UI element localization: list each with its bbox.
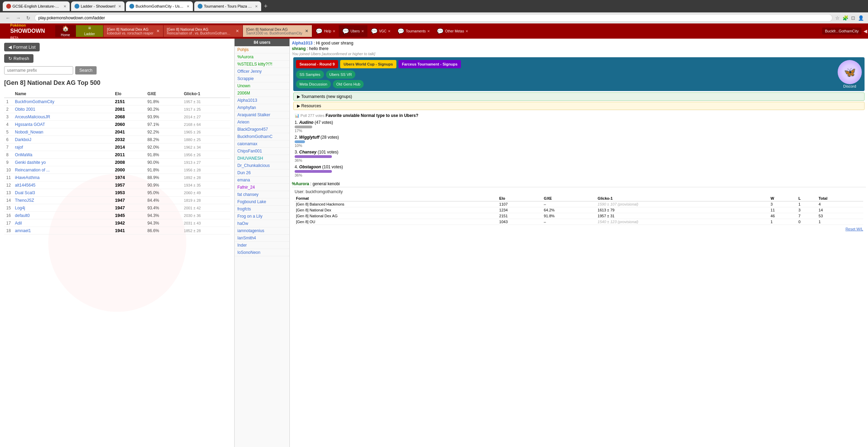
list-item[interactable]: caionamax [235,140,289,148]
aurora-user[interactable]: %Aurora [292,181,309,186]
chat-tab-vgc[interactable]: 💬 VGC ✕ [367,25,394,37]
forward-button[interactable]: → [14,14,22,21]
battle-tab-2[interactable]: [Gen 8] National Dex AG Reincarnation of… [164,25,243,37]
ubers-close[interactable]: ✕ [361,29,364,33]
list-item[interactable]: ChipsFan001 [235,148,289,155]
list-item[interactable]: Pohjis [235,46,289,53]
list-item[interactable]: frogfcts [235,206,289,213]
chat-user-shrang[interactable]: shrang [292,46,306,51]
name-link[interactable]: Genki dashite yo [15,160,46,165]
search-button[interactable]: Search [75,66,97,74]
reset-wl-button[interactable]: Reset W/L [846,227,863,231]
name-link[interactable]: Hgssanta GOAT [15,122,45,127]
name-link[interactable]: amnael1 [15,228,31,233]
name-link[interactable]: OnMaWa [15,152,32,157]
refresh-button-ladder[interactable]: ↻ Refresh [4,54,33,63]
tab-tournament[interactable]: Tournament - Tours Plaza Fall Se... ✕ [194,1,261,11]
bookmark-icon[interactable]: ☆ [835,15,840,21]
list-item[interactable]: DHUVANESH [235,155,289,162]
ubers-ss-vr-button[interactable]: Ubers SS VR [326,70,355,79]
tab-menu-icon[interactable]: ⊡ [851,15,855,21]
list-item[interactable]: Araquanid Stalker [235,111,289,119]
ubers-wc-button[interactable]: Ubers World Cup - Signups [340,60,396,68]
battle-tab-1-close[interactable]: ✕ [156,29,160,33]
tab-close-tournament[interactable]: ✕ [255,4,258,8]
chat-tab-tournaments[interactable]: 💬 Tournaments ✕ [394,25,433,37]
name-link[interactable]: Obito 2001 [15,107,35,112]
list-item[interactable]: Alpha1013 [235,97,289,104]
list-item[interactable]: iamnotagenius [235,227,289,235]
name-link[interactable]: DarkboiJ [15,137,31,142]
list-item[interactable]: Unown [235,82,289,90]
tab-close-users[interactable]: ✕ [187,4,189,8]
tournament-bar[interactable]: ▶ Tournaments (new signups) [293,92,865,101]
resources-bar[interactable]: ▶ Resources [293,102,865,110]
ladder-tab[interactable]: ≡ Ladder [76,25,103,37]
list-item[interactable]: Arieon [235,119,289,126]
extensions-icon[interactable]: 🧩 [842,15,848,21]
list-item[interactable]: Fafnir_24 [235,184,289,191]
list-item[interactable]: Dun 26 [235,169,289,177]
list-item[interactable]: BuckfromGothamC [235,133,289,140]
format-list-button[interactable]: ◀ Format List [4,43,40,51]
tournaments-close[interactable]: ✕ [427,29,430,33]
list-item[interactable]: %Aurora [235,53,289,61]
tab-ladder[interactable]: Ladder - Showdown! ✕ [71,1,125,11]
old-gens-hub-button[interactable]: Old Gens Hub [333,80,364,88]
chat-tab-help[interactable]: 💬 Help ✕ [312,25,339,37]
battle-tab-3-close[interactable]: ✕ [305,29,308,33]
name-link[interactable]: Dual Scal3 [15,190,35,195]
user-button[interactable]: Buckfr...GothamCity [822,28,861,34]
name-link[interactable]: Reincarnation of ... [15,168,50,172]
seasonal-button[interactable]: Seasonal - Round 9 [296,60,338,68]
list-item[interactable]: Inder [235,242,289,249]
meta-discussion-button[interactable]: Meta Discussion [296,80,331,88]
user-profile-icon[interactable]: 👤 [858,15,864,21]
battle-tab-1[interactable]: [Gen 8] National Dex AG kobeduel vs. ror… [103,25,164,37]
chat-tab-other-metas[interactable]: 💬 Other Metas ✕ [433,25,472,37]
list-item[interactable]: Officer Jenny [235,68,289,75]
name-link[interactable]: BuckfromGothamCity [15,99,54,104]
home-tab[interactable]: 🏠 Home [55,25,76,37]
help-close[interactable]: ✕ [333,29,335,33]
refresh-button[interactable]: ↻ [25,14,32,21]
name-link[interactable]: Log4j [15,206,25,210]
vgc-close[interactable]: ✕ [388,29,391,33]
list-item[interactable]: haOw [235,220,289,227]
tab-gcse[interactable]: GCSE-English Literature-493-Sur... ✕ [3,1,70,11]
new-tab-button[interactable]: + [263,3,269,10]
list-item[interactable]: Frog on a Lily [235,213,289,220]
list-item[interactable]: IanSmith4 [235,235,289,242]
name-link[interactable]: Adil [15,221,22,226]
list-item[interactable]: Dr_Chunkalicious [235,162,289,169]
battle-tab-3[interactable]: [Gen 8] National Dex AG SamX1000 vs. Buc… [243,25,313,37]
name-link[interactable]: ThenoJSZ [15,198,34,203]
ss-samples-button[interactable]: SS Samples [296,70,324,79]
chat-tab-ubers[interactable]: 💬 Ubers ✕ [339,25,367,37]
list-item[interactable]: Scrappie [235,75,289,82]
address-input[interactable] [34,14,832,22]
list-item[interactable]: Amphyfan [235,104,289,111]
list-item[interactable]: IoSonoNeon [235,249,289,256]
settings-icon[interactable]: ◀ [863,28,868,34]
name-link[interactable]: ArceusMaliciousJR [15,115,50,119]
name-link[interactable]: Nobodi_Nowan [15,130,43,135]
list-item[interactable]: emana [235,177,289,184]
tab-close-ladder[interactable]: ✕ [118,4,121,8]
chat-user-alpha[interactable]: Alpha1013 [292,41,313,46]
list-item[interactable]: %STEELS kitty?!?! [235,61,289,68]
other-metas-close[interactable]: ✕ [465,29,468,33]
list-item[interactable]: fat chansey [235,191,289,198]
list-item[interactable]: BlackDragon457 [235,126,289,133]
name-link[interactable]: alt1445645 [15,183,35,188]
search-input[interactable] [4,66,73,74]
name-link[interactable]: default0 [15,213,30,218]
battle-tab-2-close[interactable]: ✕ [236,29,239,33]
name-link[interactable]: rajof [15,145,23,150]
tab-close-gcse[interactable]: ✕ [63,4,66,8]
tab-users[interactable]: BuckfromGothamCity - Users - P... ✕ [126,1,193,11]
list-item[interactable]: 2006M [235,90,289,97]
name-link[interactable]: iHaveAsthma [15,175,39,180]
list-item[interactable]: Fogbound Lake [235,198,289,206]
farceus-button[interactable]: Farceus Tournament - Signups [398,60,461,68]
